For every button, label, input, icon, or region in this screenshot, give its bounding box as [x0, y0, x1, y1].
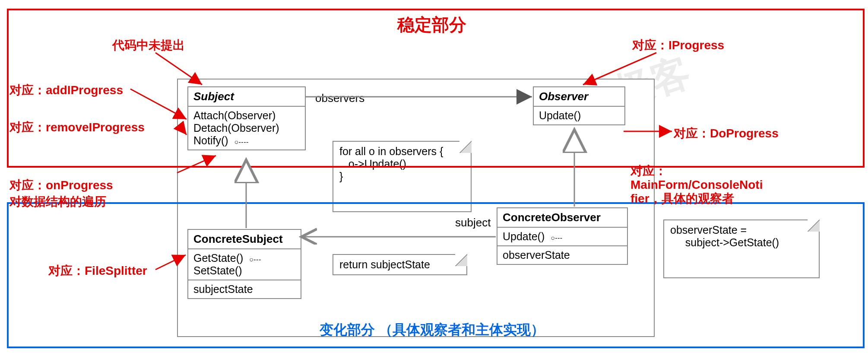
ann-doprogress: 对应：DoProgress	[674, 125, 779, 142]
ann-onprogress: 对应：onProgress 对数据结构的遍历	[10, 177, 113, 210]
ann-concrete-observer: 对应： MainForm/ConsoleNoti fier，具体的观察者	[630, 164, 763, 206]
diagram-canvas: GeekBand 极客 Subject Attach(Observer) Det…	[0, 0, 868, 353]
ann-removeiprogress: 对应：removeIProgress	[10, 119, 145, 136]
ann-not-in-code: 代码中未提出	[112, 37, 185, 54]
change-title: 变化部分 （具体观察者和主体实现）	[320, 321, 545, 340]
ann-filesplitter: 对应：FileSplitter	[48, 263, 147, 279]
ann-addiprogress: 对应：addIProgress	[10, 82, 123, 99]
stable-title: 稳定部分	[397, 13, 466, 37]
ann-iprogress: 对应：IProgress	[632, 37, 724, 54]
